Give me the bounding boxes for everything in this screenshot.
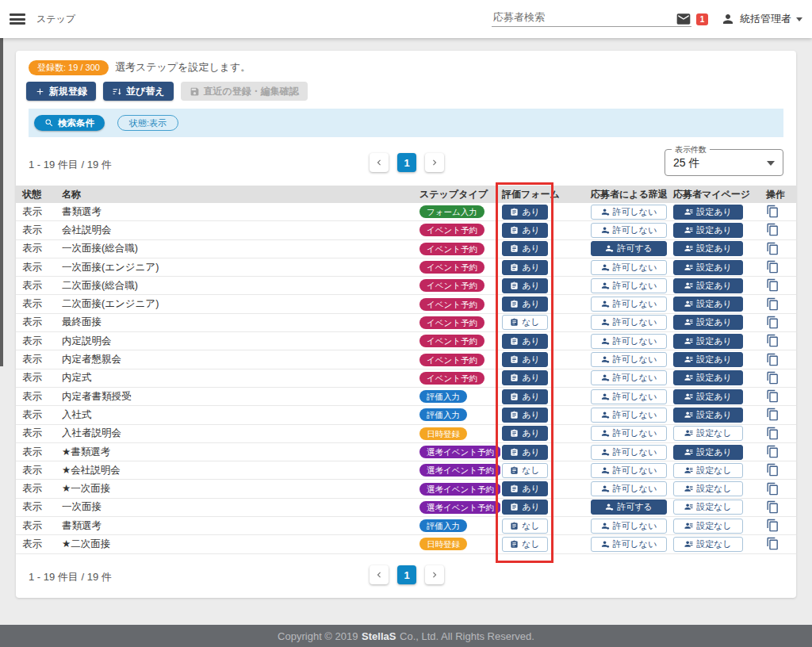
page-1-button[interactable]: 1 [397, 565, 416, 584]
page-1-button[interactable]: 1 [397, 153, 416, 172]
eval-form-button[interactable]: なし [502, 537, 548, 552]
resign-button[interactable]: 許可しない [591, 223, 667, 238]
mypage-button[interactable]: 設定なし [673, 463, 743, 478]
resign-button[interactable]: 許可しない [591, 278, 667, 293]
mypage-button[interactable]: 設定あり [673, 315, 743, 330]
eval-form-button[interactable]: あり [502, 223, 548, 238]
operations-cell [761, 353, 796, 367]
copy-step-button[interactable] [766, 316, 780, 330]
copy-step-button[interactable] [766, 427, 780, 441]
eval-form-button[interactable]: あり [502, 278, 548, 293]
resign-button[interactable]: 許可しない [591, 297, 667, 312]
resign-button[interactable]: 許可しない [591, 205, 667, 220]
eval-form-button[interactable]: あり [502, 389, 548, 404]
resign-button[interactable]: 許可しない [591, 445, 667, 460]
next-page-button[interactable] [425, 565, 444, 584]
mypage-button[interactable]: 設定なし [673, 519, 743, 534]
mypage-button[interactable]: 設定なし [673, 500, 743, 515]
eval-form-button[interactable]: なし [502, 463, 548, 478]
per-page-select[interactable]: 表示件数 25 件 [665, 149, 783, 176]
copy-step-button[interactable] [766, 278, 780, 293]
mypage-button[interactable]: 設定なし [673, 537, 743, 552]
copy-step-button[interactable] [766, 500, 780, 515]
resign-button[interactable]: 許可する [591, 500, 667, 515]
mypage-button[interactable]: 設定あり [673, 241, 743, 256]
applicant-search-input[interactable] [492, 8, 691, 27]
eval-form-button[interactable]: あり [502, 297, 548, 312]
mypage-button[interactable]: 設定あり [673, 260, 743, 275]
copy-step-button[interactable] [766, 519, 780, 533]
resign-button[interactable]: 許可しない [591, 463, 667, 478]
copy-step-button[interactable] [766, 371, 780, 385]
copy-step-button[interactable] [766, 463, 780, 477]
prev-page-button[interactable] [370, 153, 389, 172]
mypage-button[interactable]: 設定あり [673, 352, 743, 367]
resign-button[interactable]: 許可しない [591, 519, 667, 534]
resign-button[interactable]: 許可しない [591, 352, 667, 367]
copy-step-button[interactable] [766, 260, 780, 274]
copy-step-button[interactable] [766, 353, 780, 367]
resign-button[interactable]: 許可しない [591, 408, 667, 423]
eval-form-button[interactable]: あり [502, 408, 548, 423]
eval-form-button[interactable]: あり [502, 445, 548, 460]
status-filter-chip[interactable]: 状態:表示 [117, 115, 178, 131]
resign-button[interactable]: 許可しない [591, 315, 667, 330]
resign-button[interactable]: 許可しない [591, 370, 667, 385]
menu-icon[interactable] [10, 13, 25, 25]
mypage-button[interactable]: 設定なし [673, 426, 743, 441]
table-row: 表示入社式評価入力あり許可しない設定あり [16, 406, 796, 424]
resign-button[interactable]: 許可しない [591, 481, 667, 496]
copy-step-button[interactable] [766, 389, 780, 404]
resign-button[interactable]: 許可しない [591, 260, 667, 275]
mypage-button[interactable]: 設定あり [673, 334, 743, 349]
eval-form-button[interactable]: あり [502, 334, 548, 349]
eval-form-button[interactable]: あり [502, 205, 548, 220]
copy-step-button[interactable] [766, 408, 780, 422]
mypage-button[interactable]: 設定あり [673, 278, 743, 293]
eval-form-button[interactable]: あり [502, 481, 548, 496]
copy-step-button[interactable] [766, 482, 780, 496]
table-row: 表示内定式イベント予約あり許可しない設定あり [16, 369, 796, 388]
new-registration-button[interactable]: 新規登録 [26, 82, 96, 101]
copy-step-button[interactable] [766, 334, 780, 348]
resign-button[interactable]: 許可しない [591, 537, 667, 552]
resign-button[interactable]: 許可する [591, 241, 667, 256]
eval-form-button[interactable]: あり [502, 260, 548, 275]
chevron-down-icon[interactable] [796, 17, 802, 21]
user-menu[interactable]: 統括管理者 [740, 12, 791, 26]
step-type-pill: 評価入力 [418, 519, 500, 532]
eval-form-button[interactable]: あり [502, 241, 548, 256]
copy-step-button[interactable] [766, 205, 780, 219]
resign-button[interactable]: 許可しない [591, 389, 667, 404]
eval-form-button[interactable]: なし [502, 519, 548, 534]
copy-step-button[interactable] [766, 445, 780, 459]
copy-step-button[interactable] [766, 242, 780, 256]
eval-form-button[interactable]: あり [502, 426, 548, 441]
copy-step-button[interactable] [766, 297, 780, 312]
copy-step-button[interactable] [766, 223, 780, 237]
resign-button[interactable]: 許可しない [591, 426, 667, 441]
eval-form-button[interactable]: あり [502, 500, 548, 515]
eval-form-button[interactable]: あり [502, 370, 548, 385]
mypage-button[interactable]: 設定あり [673, 389, 743, 404]
mypage-button[interactable]: 設定あり [673, 370, 743, 385]
eval-form-cell: なし [500, 463, 589, 478]
eval-form-cell: あり [500, 370, 589, 385]
mypage-button[interactable]: 設定あり [673, 297, 743, 312]
next-page-button[interactable] [425, 153, 444, 172]
page-description: 選考ステップを設定します。 [115, 60, 251, 75]
mypage-button[interactable]: 設定あり [673, 408, 743, 423]
mypage-button[interactable]: 設定あり [673, 205, 743, 220]
mypage-button[interactable]: 設定あり [673, 445, 743, 460]
resign-button[interactable]: 許可しない [591, 334, 667, 349]
table-row: 表示一次面接(総合職)イベント予約あり許可する設定あり [16, 240, 796, 258]
eval-form-button[interactable]: なし [502, 315, 548, 330]
prev-page-button[interactable] [370, 565, 389, 584]
search-conditions-button[interactable]: 検索条件 [34, 115, 105, 131]
copy-step-button[interactable] [766, 537, 780, 551]
mail-icon[interactable] [676, 11, 691, 27]
eval-form-button[interactable]: あり [502, 352, 548, 367]
mypage-button[interactable]: 設定あり [673, 223, 743, 238]
sort-button[interactable]: 並び替え [103, 82, 174, 101]
mypage-button[interactable]: 設定なし [673, 481, 743, 496]
